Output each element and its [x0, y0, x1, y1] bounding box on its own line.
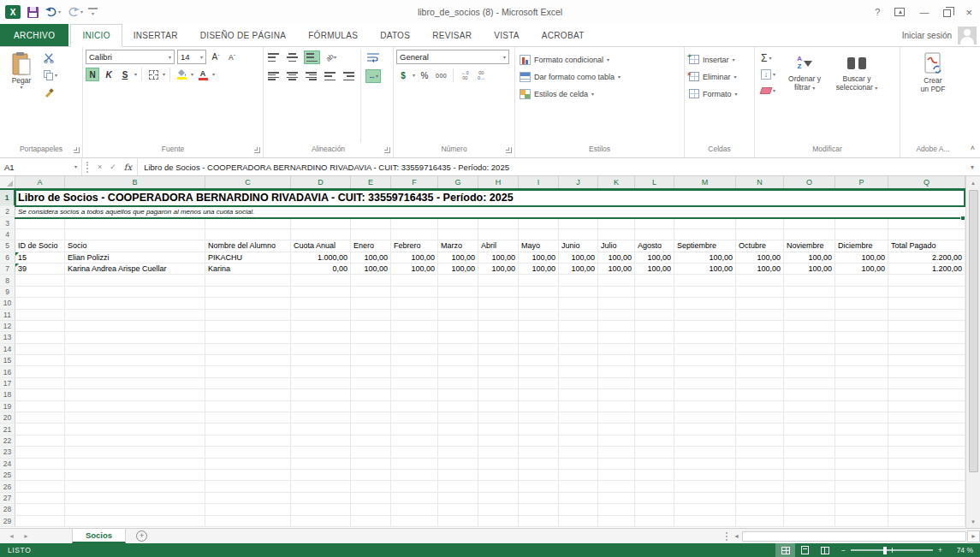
cell[interactable] — [478, 355, 519, 365]
cell[interactable] — [391, 229, 438, 240]
cell[interactable] — [635, 459, 674, 469]
undo-button[interactable]: ▾ — [45, 7, 61, 17]
cell[interactable]: 100,00 — [351, 252, 391, 263]
cell[interactable] — [674, 229, 736, 240]
cell[interactable] — [205, 401, 291, 412]
cell[interactable]: 100,00 — [598, 252, 635, 263]
cell[interactable] — [888, 275, 965, 285]
select-all-corner[interactable] — [0, 176, 15, 188]
cell[interactable] — [15, 355, 65, 365]
cell[interactable] — [438, 504, 478, 514]
tab-fórmulas[interactable]: FÓRMULAS — [297, 24, 369, 46]
row-number-16[interactable]: 16 — [0, 366, 15, 376]
tab-splitter[interactable] — [726, 532, 728, 541]
cell[interactable] — [351, 470, 391, 480]
cell[interactable] — [291, 275, 351, 285]
row-number-3[interactable]: 3 — [0, 217, 15, 228]
clipboard-dialog-launcher[interactable] — [74, 147, 80, 153]
cell[interactable]: 100,00 — [835, 264, 888, 274]
column-header-G[interactable]: G — [438, 176, 478, 188]
cut-button[interactable] — [42, 51, 59, 65]
cell[interactable] — [478, 287, 519, 297]
row-number-29[interactable]: 29 — [0, 516, 15, 526]
cell[interactable] — [519, 470, 559, 480]
cell[interactable] — [736, 298, 784, 308]
cell[interactable] — [351, 389, 391, 400]
cell[interactable] — [478, 310, 519, 320]
cell[interactable] — [784, 436, 835, 446]
cell[interactable] — [65, 217, 205, 228]
fill-color-dropdown-icon[interactable]: ▾ — [191, 72, 193, 77]
align-center-button[interactable] — [285, 69, 300, 83]
cell[interactable] — [291, 378, 351, 388]
cell[interactable] — [674, 493, 736, 503]
cell[interactable] — [736, 344, 784, 354]
accounting-dropdown-icon[interactable]: ▾ — [413, 73, 415, 78]
cell[interactable] — [205, 321, 291, 331]
cell[interactable] — [674, 287, 736, 297]
cell[interactable] — [351, 493, 391, 503]
cell[interactable] — [438, 481, 478, 491]
cell[interactable] — [351, 310, 391, 320]
cell[interactable] — [478, 481, 519, 491]
cell[interactable] — [559, 389, 598, 400]
cell[interactable] — [598, 332, 635, 342]
cell[interactable] — [291, 217, 351, 228]
font-family-select[interactable]: Calibri ▾ — [86, 50, 175, 64]
cell[interactable] — [15, 217, 65, 228]
cell[interactable] — [598, 516, 635, 526]
restore-button[interactable] — [943, 9, 951, 17]
row-number-6[interactable]: 6 — [0, 252, 15, 263]
cell[interactable] — [65, 344, 205, 354]
cell[interactable] — [736, 447, 784, 457]
cell-header[interactable]: Abril — [478, 240, 519, 251]
cell[interactable] — [784, 287, 835, 297]
cell[interactable] — [598, 424, 635, 434]
row-number-12[interactable]: 12 — [0, 321, 15, 331]
cell[interactable]: 100,00 — [736, 252, 784, 263]
scroll-up-icon[interactable]: ▲ — [966, 176, 980, 189]
cell-header[interactable]: Septiembre — [674, 240, 736, 251]
cell-header[interactable]: Diciembre — [835, 240, 888, 251]
cell[interactable] — [559, 447, 598, 457]
cell[interactable] — [65, 229, 205, 240]
cell[interactable] — [784, 321, 835, 331]
cell[interactable] — [519, 459, 559, 469]
cell[interactable] — [888, 470, 965, 480]
cell[interactable] — [736, 321, 784, 331]
cell[interactable] — [674, 516, 736, 526]
cell[interactable] — [478, 424, 519, 434]
cell[interactable] — [519, 504, 559, 514]
cell[interactable] — [674, 481, 736, 491]
cell[interactable]: 39 — [15, 264, 65, 274]
expand-formula-bar-icon[interactable]: ▼ — [965, 158, 980, 175]
cell[interactable] — [351, 275, 391, 285]
cell[interactable]: 2.200,00 — [888, 252, 965, 263]
paste-dropdown-icon[interactable]: ▾ — [20, 85, 22, 90]
cell[interactable] — [888, 481, 965, 491]
cell[interactable]: 100,00 — [519, 252, 559, 263]
ribbon-display-options-button[interactable] — [894, 8, 905, 16]
horizontal-scrollbar[interactable]: ◄ ► — [726, 530, 980, 542]
cell[interactable]: 100,00 — [635, 252, 674, 263]
cell[interactable] — [519, 389, 559, 400]
decrease-decimal-button[interactable]: 00 0→ — [474, 68, 488, 82]
cell[interactable]: 100,00 — [835, 252, 888, 263]
cell[interactable] — [784, 470, 835, 480]
cell[interactable] — [519, 436, 559, 446]
row-number-28[interactable]: 28 — [0, 504, 15, 514]
cell[interactable] — [674, 344, 736, 354]
cell[interactable] — [519, 298, 559, 308]
cell[interactable] — [478, 275, 519, 285]
zoom-slider-track[interactable] — [851, 549, 933, 551]
cell[interactable]: 100,00 — [784, 252, 835, 263]
cell[interactable] — [438, 355, 478, 365]
wrap-text-button[interactable] — [365, 50, 381, 64]
cell[interactable] — [674, 447, 736, 457]
cell[interactable] — [291, 401, 351, 412]
cell[interactable] — [291, 366, 351, 376]
cell[interactable] — [635, 436, 674, 446]
cell[interactable] — [478, 344, 519, 354]
cell-header[interactable]: Mayo — [519, 240, 559, 251]
column-header-I[interactable]: I — [519, 176, 559, 188]
